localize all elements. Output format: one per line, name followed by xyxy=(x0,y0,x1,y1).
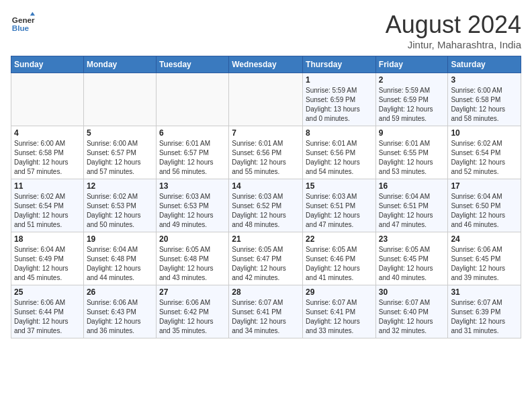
calendar-cell: 9Sunrise: 6:01 AM Sunset: 6:55 PM Daylig… xyxy=(375,126,448,179)
day-number: 12 xyxy=(87,181,153,191)
day-info: Sunrise: 6:06 AM Sunset: 6:45 PM Dayligh… xyxy=(451,245,518,283)
day-info: Sunrise: 6:04 AM Sunset: 6:48 PM Dayligh… xyxy=(87,245,153,283)
day-number: 20 xyxy=(159,234,226,244)
day-number: 2 xyxy=(379,75,445,85)
weekday-friday: Friday xyxy=(375,56,448,73)
calendar-cell xyxy=(11,73,84,126)
calendar-cell: 25Sunrise: 6:06 AM Sunset: 6:44 PM Dayli… xyxy=(11,285,84,338)
weekday-saturday: Saturday xyxy=(448,56,521,73)
day-info: Sunrise: 6:02 AM Sunset: 6:54 PM Dayligh… xyxy=(14,192,81,230)
day-number: 11 xyxy=(14,181,81,191)
day-number: 16 xyxy=(379,181,445,191)
calendar-cell: 7Sunrise: 6:01 AM Sunset: 6:56 PM Daylig… xyxy=(229,126,303,179)
day-number: 26 xyxy=(87,287,153,297)
weekday-tuesday: Tuesday xyxy=(156,56,228,73)
month-year-title: August 2024 xyxy=(386,11,521,39)
calendar-cell: 17Sunrise: 6:04 AM Sunset: 6:50 PM Dayli… xyxy=(448,179,521,232)
day-number: 28 xyxy=(232,287,300,297)
day-number: 13 xyxy=(159,181,226,191)
week-row-2: 4Sunrise: 6:00 AM Sunset: 6:58 PM Daylig… xyxy=(11,126,521,179)
title-block: August 2024 Jintur, Maharashtra, India xyxy=(386,11,521,50)
calendar-cell: 28Sunrise: 6:07 AM Sunset: 6:41 PM Dayli… xyxy=(229,285,303,338)
day-info: Sunrise: 6:07 AM Sunset: 6:41 PM Dayligh… xyxy=(232,298,300,336)
svg-text:Blue: Blue xyxy=(12,24,30,32)
calendar-cell xyxy=(229,73,303,126)
calendar-cell: 11Sunrise: 6:02 AM Sunset: 6:54 PM Dayli… xyxy=(11,179,84,232)
page-header: General Blue August 2024 Jintur, Maharas… xyxy=(11,11,521,50)
day-info: Sunrise: 6:01 AM Sunset: 6:55 PM Dayligh… xyxy=(379,139,445,177)
day-info: Sunrise: 6:04 AM Sunset: 6:51 PM Dayligh… xyxy=(379,192,445,230)
weekday-header-row: SundayMondayTuesdayWednesdayThursdayFrid… xyxy=(11,56,521,73)
calendar-cell: 8Sunrise: 6:01 AM Sunset: 6:56 PM Daylig… xyxy=(303,126,376,179)
week-row-3: 11Sunrise: 6:02 AM Sunset: 6:54 PM Dayli… xyxy=(11,179,521,232)
day-info: Sunrise: 6:00 AM Sunset: 6:58 PM Dayligh… xyxy=(451,86,518,124)
calendar-cell: 6Sunrise: 6:01 AM Sunset: 6:57 PM Daylig… xyxy=(156,126,228,179)
day-number: 23 xyxy=(379,234,445,244)
day-number: 21 xyxy=(232,234,300,244)
day-info: Sunrise: 6:01 AM Sunset: 6:56 PM Dayligh… xyxy=(306,139,373,177)
weekday-wednesday: Wednesday xyxy=(229,56,303,73)
calendar-cell xyxy=(156,73,228,126)
calendar-body: 1Sunrise: 5:59 AM Sunset: 6:59 PM Daylig… xyxy=(11,73,521,338)
day-number: 9 xyxy=(379,128,445,138)
day-number: 7 xyxy=(232,128,300,138)
calendar-cell: 15Sunrise: 6:03 AM Sunset: 6:51 PM Dayli… xyxy=(303,179,376,232)
day-number: 14 xyxy=(232,181,300,191)
svg-marker-2 xyxy=(30,12,35,15)
day-number: 31 xyxy=(451,287,518,297)
day-number: 25 xyxy=(14,287,81,297)
calendar-cell: 21Sunrise: 6:05 AM Sunset: 6:47 PM Dayli… xyxy=(229,232,303,285)
day-info: Sunrise: 5:59 AM Sunset: 6:59 PM Dayligh… xyxy=(379,86,445,124)
day-info: Sunrise: 6:02 AM Sunset: 6:54 PM Dayligh… xyxy=(451,139,518,177)
weekday-sunday: Sunday xyxy=(11,56,84,73)
calendar-cell: 10Sunrise: 6:02 AM Sunset: 6:54 PM Dayli… xyxy=(448,126,521,179)
day-number: 5 xyxy=(87,128,153,138)
day-number: 18 xyxy=(14,234,81,244)
day-info: Sunrise: 6:07 AM Sunset: 6:41 PM Dayligh… xyxy=(306,298,373,336)
calendar-cell: 12Sunrise: 6:02 AM Sunset: 6:53 PM Dayli… xyxy=(83,179,156,232)
day-number: 1 xyxy=(306,75,373,85)
day-info: Sunrise: 6:02 AM Sunset: 6:53 PM Dayligh… xyxy=(87,192,153,230)
calendar-cell: 3Sunrise: 6:00 AM Sunset: 6:58 PM Daylig… xyxy=(448,73,521,126)
day-number: 22 xyxy=(306,234,373,244)
day-info: Sunrise: 6:00 AM Sunset: 6:57 PM Dayligh… xyxy=(87,139,153,177)
day-number: 8 xyxy=(306,128,373,138)
logo-icon: General Blue xyxy=(11,11,35,35)
day-info: Sunrise: 6:03 AM Sunset: 6:51 PM Dayligh… xyxy=(306,192,373,230)
calendar-cell: 20Sunrise: 6:05 AM Sunset: 6:48 PM Dayli… xyxy=(156,232,228,285)
day-info: Sunrise: 6:05 AM Sunset: 6:46 PM Dayligh… xyxy=(306,245,373,283)
day-info: Sunrise: 6:04 AM Sunset: 6:50 PM Dayligh… xyxy=(451,192,518,230)
calendar-cell: 30Sunrise: 6:07 AM Sunset: 6:40 PM Dayli… xyxy=(375,285,448,338)
calendar-cell: 13Sunrise: 6:03 AM Sunset: 6:53 PM Dayli… xyxy=(156,179,228,232)
day-number: 3 xyxy=(451,75,518,85)
weekday-monday: Monday xyxy=(83,56,156,73)
day-info: Sunrise: 6:00 AM Sunset: 6:58 PM Dayligh… xyxy=(14,139,81,177)
day-info: Sunrise: 5:59 AM Sunset: 6:59 PM Dayligh… xyxy=(306,86,373,124)
calendar-cell: 29Sunrise: 6:07 AM Sunset: 6:41 PM Dayli… xyxy=(303,285,376,338)
calendar-cell: 27Sunrise: 6:06 AM Sunset: 6:42 PM Dayli… xyxy=(156,285,228,338)
calendar-cell: 16Sunrise: 6:04 AM Sunset: 6:51 PM Dayli… xyxy=(375,179,448,232)
logo: General Blue xyxy=(11,11,35,35)
day-info: Sunrise: 6:01 AM Sunset: 6:56 PM Dayligh… xyxy=(232,139,300,177)
day-number: 10 xyxy=(451,128,518,138)
calendar-cell: 24Sunrise: 6:06 AM Sunset: 6:45 PM Dayli… xyxy=(448,232,521,285)
day-number: 29 xyxy=(306,287,373,297)
day-number: 27 xyxy=(159,287,226,297)
day-info: Sunrise: 6:06 AM Sunset: 6:43 PM Dayligh… xyxy=(87,298,153,336)
calendar-table: SundayMondayTuesdayWednesdayThursdayFrid… xyxy=(11,56,521,338)
calendar-cell: 23Sunrise: 6:05 AM Sunset: 6:45 PM Dayli… xyxy=(375,232,448,285)
calendar-cell: 5Sunrise: 6:00 AM Sunset: 6:57 PM Daylig… xyxy=(83,126,156,179)
day-info: Sunrise: 6:03 AM Sunset: 6:53 PM Dayligh… xyxy=(159,192,226,230)
calendar-cell xyxy=(83,73,156,126)
day-info: Sunrise: 6:07 AM Sunset: 6:39 PM Dayligh… xyxy=(451,298,518,336)
day-number: 4 xyxy=(14,128,81,138)
day-number: 19 xyxy=(87,234,153,244)
day-number: 6 xyxy=(159,128,226,138)
week-row-1: 1Sunrise: 5:59 AM Sunset: 6:59 PM Daylig… xyxy=(11,73,521,126)
calendar-cell: 2Sunrise: 5:59 AM Sunset: 6:59 PM Daylig… xyxy=(375,73,448,126)
calendar-cell: 14Sunrise: 6:03 AM Sunset: 6:52 PM Dayli… xyxy=(229,179,303,232)
day-info: Sunrise: 6:07 AM Sunset: 6:40 PM Dayligh… xyxy=(379,298,445,336)
calendar-cell: 1Sunrise: 5:59 AM Sunset: 6:59 PM Daylig… xyxy=(303,73,376,126)
calendar-cell: 26Sunrise: 6:06 AM Sunset: 6:43 PM Dayli… xyxy=(83,285,156,338)
day-info: Sunrise: 6:05 AM Sunset: 6:48 PM Dayligh… xyxy=(159,245,226,283)
